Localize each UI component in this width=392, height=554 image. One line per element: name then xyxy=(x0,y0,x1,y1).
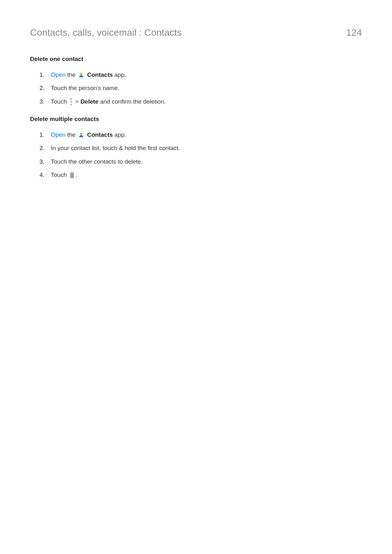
text-period: . xyxy=(75,172,77,178)
step-item: In your contact list, touch & hold the f… xyxy=(39,142,362,155)
svg-rect-7 xyxy=(71,172,73,173)
step-text: Touch the person's name. xyxy=(51,85,119,91)
text-app: app. xyxy=(113,71,126,78)
step-item: Open the Contacts app. xyxy=(39,128,362,142)
text-the: the xyxy=(65,131,77,138)
text-gt: > xyxy=(74,98,81,105)
page-header: Contacts, calls, voicemail : Contacts 12… xyxy=(30,25,362,39)
page-number: 124 xyxy=(346,25,362,39)
steps-delete-one: Open the Contacts app. Touch the person'… xyxy=(39,68,362,109)
step-item: Touch the other contacts to delete. xyxy=(39,155,362,169)
text-rest: and confirm the deletion. xyxy=(99,98,166,105)
step-item: Touch the person's name. xyxy=(39,81,362,95)
svg-point-0 xyxy=(81,73,82,75)
contacts-app-icon xyxy=(78,71,85,78)
step-item: Touch . xyxy=(39,168,362,182)
contacts-label: Contacts xyxy=(87,131,113,138)
step-text: In your contact list, touch & hold the f… xyxy=(51,145,180,151)
text-the: the xyxy=(65,71,77,78)
svg-point-2 xyxy=(70,101,72,103)
text-touch: Touch xyxy=(51,98,69,105)
steps-delete-multiple: Open the Contacts app. In your contact l… xyxy=(39,128,362,182)
trash-icon xyxy=(69,172,75,178)
svg-rect-5 xyxy=(70,174,74,178)
svg-point-1 xyxy=(70,99,72,100)
more-vert-icon xyxy=(69,98,73,105)
breadcrumb: Contacts, calls, voicemail : Contacts xyxy=(30,25,182,39)
contacts-app-icon xyxy=(78,131,85,138)
step-item: Touch > Delete and confirm the deletion. xyxy=(39,95,362,109)
section-heading-delete-one: Delete one contact xyxy=(30,55,362,64)
open-link[interactable]: Open xyxy=(51,131,65,138)
text-app: app. xyxy=(113,131,126,138)
delete-label: Delete xyxy=(81,98,99,105)
open-link[interactable]: Open xyxy=(51,71,65,78)
text-touch: Touch xyxy=(51,172,69,178)
step-item: Open the Contacts app. xyxy=(39,68,362,82)
contacts-label: Contacts xyxy=(87,71,113,78)
svg-point-4 xyxy=(81,133,82,135)
page-content: Delete one contact Open the Contacts app… xyxy=(39,55,362,182)
svg-point-3 xyxy=(70,104,72,105)
section-heading-delete-multiple: Delete multiple contacts xyxy=(30,115,362,124)
step-text: Touch the other contacts to delete. xyxy=(51,158,142,165)
